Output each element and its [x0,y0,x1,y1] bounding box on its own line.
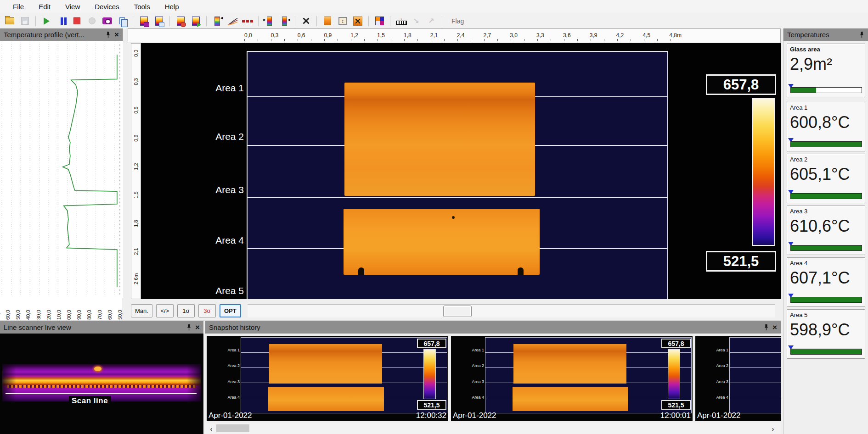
opt-scale-button[interactable]: OPT [220,304,241,317]
snapshot-history-panel: Snapshot history × Area 1 Area 2 Area 3 … [205,321,781,434]
minmax-scale-button[interactable]: </> [156,304,174,317]
sheet-notch [518,267,524,275]
ruler-tick-label: 0,6 [298,32,305,39]
ruler-tick-label: 3,6 [563,32,571,39]
thumb-area-2-label: Area 2 [220,363,240,368]
thumb-area-2-label: Area 2 [464,363,484,368]
area-3-bar [790,245,862,251]
area-3-card: Area 3 610,6°C [787,206,865,255]
ruler-tick-label: 4,8m [669,32,682,39]
area-3-card-value: 610,6°C [790,217,862,236]
area-5-card-label: Area 5 [790,312,862,318]
thumb-area-3-label: Area 3 [708,379,728,384]
thumb-area-4-label: Area 4 [464,395,484,400]
settings-tools-icon[interactable] [300,15,312,27]
ruler-tick-label: 1,8 [404,32,411,39]
snapshot-camera-icon[interactable] [101,15,113,27]
measure-distance-icon[interactable] [395,15,407,27]
pin-icon[interactable] [106,31,111,38]
scale-slider-track[interactable] [248,304,775,317]
close-icon[interactable]: × [195,323,200,331]
send-up-icon[interactable]: ↗ [425,15,437,27]
toolbar-separator [258,16,259,26]
temperature-profile-panel: Temperature profile (vert... × 670,0660,… [0,28,123,322]
toolbar-separator [390,16,390,26]
scale-min-value: 521,5 [706,251,776,272]
thermal-export-icon[interactable] [190,15,202,27]
ruler-tick-label: 0,3 [271,32,279,39]
snapshot-thumbnail-3[interactable]: Area 1 Area 2 Area 3 Area 4 Apr-01-2022 [695,336,781,421]
area-tools-icon[interactable] [352,15,364,27]
send-down-icon[interactable]: ↘ [410,15,422,27]
close-icon[interactable]: × [114,31,119,39]
main-viewer: 0,00,30,60,91,21,51,82,12,42,73,03,33,63… [123,28,781,321]
temperature-profile-titlebar: Temperature profile (vert... × [0,28,123,41]
menu-tools[interactable]: Tools [128,2,157,11]
area-1-card: Area 1 600,8°C [787,102,865,151]
thermal-copy-icon[interactable] [153,15,165,27]
area-5-card: Area 5 598,9°C [787,309,865,359]
toolbar-separator [368,16,369,26]
area-2-bar [790,193,862,199]
thumb-area-3-label: Area 3 [220,379,240,384]
toolbar-separator [35,16,36,26]
menu-help[interactable]: Help [158,2,186,11]
toolbar-separator [133,16,133,26]
thumb-date: Apr-01-2022 [453,411,496,420]
area-4-label: Area 4 [141,235,244,246]
snapshot-scrollbar[interactable]: ‹ › [205,423,781,434]
thumb-scale-min: 521,5 [417,400,446,410]
palette-shift-right-icon[interactable] [263,15,275,27]
area-2-card-value: 605,1°C [790,165,862,184]
play-icon[interactable] [40,15,52,27]
menu-bar: File Edit View Devices Tools Help [0,0,868,13]
thermal-record-icon[interactable] [175,15,186,27]
menu-view[interactable]: View [59,2,86,11]
scrollbar-thumb[interactable] [216,424,249,432]
menu-edit[interactable]: Edit [32,2,57,11]
palette-import-icon[interactable] [211,15,223,27]
flag-button[interactable]: Flag [447,16,468,26]
area-4-card-label: Area 4 [790,260,862,267]
pin-icon[interactable] [859,31,864,38]
thumb-area-1-label: Area 1 [220,348,240,352]
glass-sheet-2 [344,209,540,275]
area-1-label: Area 1 [141,83,244,94]
thumb-date: Apr-01-2022 [697,411,741,420]
stop-icon[interactable] [71,15,83,27]
toolbar-separator [442,16,442,26]
sigma1-button[interactable]: 1σ [177,304,195,317]
toolbar-separator [295,16,295,26]
pause-icon[interactable] [56,15,68,27]
snapshot-thumbnail-2[interactable]: Area 1 Area 2 Area 3 Area 4 657,8 521,5 … [451,336,693,421]
palette-mix-icon[interactable] [373,15,385,27]
menu-file[interactable]: File [6,2,30,11]
palette-shift-left-icon[interactable] [278,15,290,27]
thumb-color-scale [423,349,436,399]
save-icon[interactable] [19,15,31,27]
thumb-time: 12:00:01 [660,411,691,420]
manual-scale-button[interactable]: Man. [131,304,152,317]
area-height-icon[interactable]: ↕ [337,15,349,27]
thumb-scale-max: 657,8 [661,339,691,348]
sheet-notch [358,267,364,275]
sigma3-button[interactable]: 3σ [198,304,216,317]
ruler-tick-label: 1,5 [377,32,385,39]
pin-icon[interactable] [764,324,769,331]
open-file-icon[interactable] [4,15,16,27]
record-icon[interactable] [86,15,98,27]
copy-icon[interactable] [116,15,128,27]
close-icon[interactable]: × [772,323,777,331]
scroll-right-icon[interactable]: › [767,425,779,433]
thermal-snapshot-icon[interactable] [138,15,150,27]
profile-curves-icon[interactable] [226,15,238,27]
area-fill-icon[interactable] [321,15,333,27]
isotherm-dashes-icon[interactable] [242,15,254,27]
menu-devices[interactable]: Devices [88,2,125,11]
pin-icon[interactable] [186,324,192,331]
area-1-bar [790,141,862,147]
snapshot-thumbnail-1[interactable]: Area 1 Area 2 Area 3 Area 4 657,8 521,5 … [207,336,448,421]
scale-slider-handle[interactable] [443,306,472,317]
scroll-left-icon[interactable]: ‹ [205,425,217,433]
ruler-tick-label: 2,7 [483,32,491,39]
